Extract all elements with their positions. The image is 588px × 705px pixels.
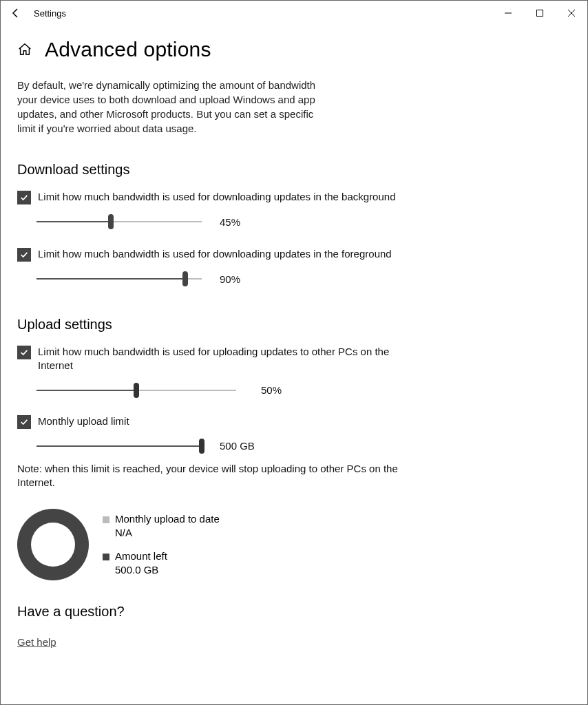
legend-left-value: 500.0 GB — [115, 563, 167, 577]
legend-uploaded-value: N/A — [115, 526, 220, 540]
download-bg-checkbox[interactable] — [17, 191, 31, 204]
get-help-link[interactable]: Get help — [17, 636, 56, 648]
legend-uploaded-label: Monthly upload to date — [115, 512, 220, 526]
check-icon — [19, 417, 29, 427]
upload-bw-checkbox[interactable] — [17, 346, 31, 359]
home-icon[interactable] — [17, 42, 32, 57]
download-heading: Download settings — [17, 162, 571, 178]
arrow-left-icon — [10, 8, 21, 19]
usage-donut-chart — [17, 509, 89, 580]
upload-note: Note: when this limit is reached, your d… — [17, 462, 403, 490]
check-icon — [19, 250, 29, 260]
upload-monthly-value: 500 GB — [220, 440, 255, 452]
page-title: Advanced options — [45, 38, 211, 61]
upload-monthly-label: Monthly upload limit — [38, 414, 129, 428]
window-title: Settings — [34, 8, 66, 19]
intro-text: By default, we're dynamically optimizing… — [17, 78, 334, 136]
maximize-button[interactable] — [524, 2, 556, 24]
check-icon — [19, 193, 29, 202]
upload-bw-label: Limit how much bandwidth is used for upl… — [38, 345, 403, 373]
close-button[interactable] — [556, 2, 587, 24]
download-fg-label: Limit how much bandwidth is used for dow… — [38, 247, 392, 261]
svg-rect-1 — [537, 10, 543, 17]
legend-swatch-left — [103, 554, 109, 560]
download-fg-value: 90% — [220, 273, 240, 285]
upload-bw-slider[interactable] — [36, 383, 236, 398]
close-icon — [567, 9, 576, 17]
back-button[interactable] — [1, 1, 31, 25]
upload-monthly-checkbox[interactable] — [17, 415, 31, 429]
legend-left-label: Amount left — [115, 549, 167, 563]
help-heading: Have a question? — [17, 604, 571, 620]
minimize-icon — [504, 9, 512, 17]
upload-bw-value: 50% — [261, 384, 282, 396]
upload-monthly-slider[interactable] — [36, 439, 202, 454]
download-fg-slider[interactable] — [36, 271, 202, 286]
maximize-icon — [536, 9, 544, 17]
legend-swatch-uploaded — [103, 516, 109, 523]
download-bg-slider[interactable] — [36, 214, 202, 229]
download-bg-label: Limit how much bandwidth is used for dow… — [38, 190, 396, 204]
check-icon — [19, 348, 29, 357]
minimize-button[interactable] — [492, 2, 524, 24]
download-fg-checkbox[interactable] — [17, 248, 31, 262]
download-bg-value: 45% — [220, 216, 240, 228]
upload-heading: Upload settings — [17, 317, 571, 333]
